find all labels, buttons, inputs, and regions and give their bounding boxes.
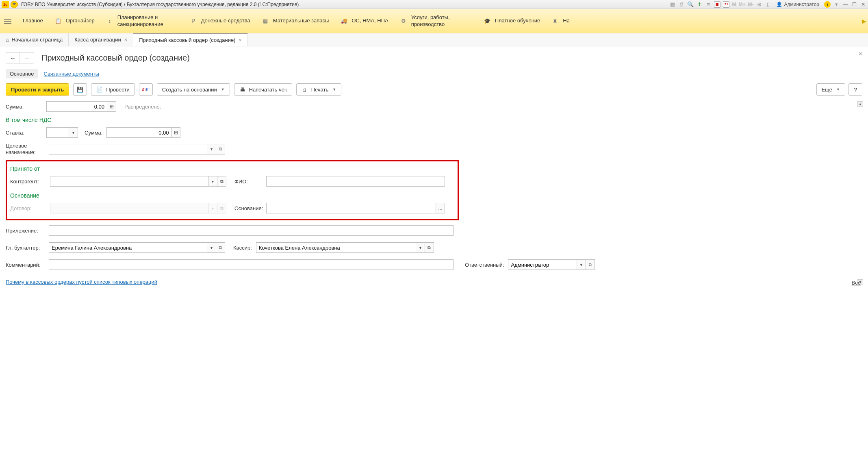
tab-close-icon[interactable]: × — [124, 37, 128, 43]
dtkt-icon: ДтКт — [143, 86, 149, 93]
tab-home[interactable]: ⌂ Начальная страница — [0, 33, 69, 46]
dropdown-icon[interactable] — [577, 259, 586, 270]
subnav-main[interactable]: Основное — [6, 69, 38, 78]
memory-m[interactable]: M — [732, 2, 736, 7]
open-icon[interactable] — [425, 242, 434, 253]
preview-icon[interactable]: 🔍 — [687, 1, 694, 8]
rate-input[interactable] — [46, 127, 69, 138]
open-icon[interactable] — [216, 242, 225, 253]
more-button[interactable]: Еще▼ — [816, 83, 845, 96]
nav-main[interactable]: Главное — [23, 17, 43, 24]
back-button[interactable]: ← — [6, 52, 20, 63]
basis-input[interactable] — [266, 203, 436, 213]
distributed-label: Распределено: — [124, 104, 161, 110]
help-link[interactable]: Почему в кассовых ордерах пустой список … — [6, 279, 157, 285]
maximize-button[interactable]: ❐ — [851, 1, 857, 8]
fio-input[interactable] — [266, 176, 445, 187]
more-icon[interactable] — [436, 203, 445, 213]
calendar-31-icon[interactable]: 31 — [723, 1, 729, 8]
window-title: ГОБУ ВПО Университет искусств (Субсидия)… — [21, 2, 299, 7]
planning-icon: ↕ — [106, 17, 113, 25]
open-icon — [217, 203, 226, 213]
nav-materials[interactable]: ▦Материальные запасы — [262, 17, 329, 25]
vat-sum-input[interactable] — [106, 127, 171, 138]
rate-dropdown-icon[interactable] — [69, 127, 78, 138]
toolbar-icon-1[interactable]: ▦ — [669, 1, 676, 8]
zoom-icon[interactable]: ⊕ — [756, 1, 762, 8]
received-section-header: Принято от — [10, 165, 454, 172]
tab-close-icon[interactable]: × — [239, 37, 242, 43]
calculator-icon[interactable] — [171, 127, 180, 138]
nav-assets[interactable]: 🚚ОС, НМА, НПА — [340, 17, 388, 25]
print-icon[interactable]: ⎙ — [678, 1, 685, 8]
nav-planning[interactable]: ↕Планирование и санкционирование — [106, 14, 178, 28]
chief-accountant-input[interactable] — [49, 242, 207, 253]
purpose-input[interactable] — [49, 144, 207, 154]
dropdown-icon[interactable] — [207, 144, 216, 154]
tab-cashdesk[interactable]: Касса организации × — [69, 33, 133, 46]
page-subnav: Основное Связанные документы — [6, 69, 862, 78]
clipboard-icon: 📋 — [54, 17, 62, 25]
post-button[interactable]: 📄Провести — [91, 83, 135, 96]
dropdown-icon[interactable] — [207, 242, 216, 253]
print-receipt-button[interactable]: 🖶Напечатать чек — [234, 83, 292, 96]
app-menu-dropdown[interactable] — [11, 1, 18, 8]
print-button[interactable]: 🖨Печать▼ — [296, 83, 342, 96]
emblem-icon: ♜ — [551, 17, 559, 25]
cashier-label: Кассир: — [233, 245, 252, 251]
open-icon[interactable] — [586, 259, 595, 270]
dropdown-icon[interactable] — [416, 242, 425, 253]
cashier-input[interactable] — [256, 242, 416, 253]
hamburger-menu-icon[interactable] — [4, 19, 11, 24]
subnav-linked[interactable]: Связанные документы — [40, 69, 104, 78]
post-and-close-button[interactable]: Провести и закрыть — [6, 83, 69, 96]
document-toolbar: Провести и закрыть 💾 📄Провести ДтКт Созд… — [6, 83, 862, 96]
info-icon[interactable]: i — [824, 1, 831, 8]
comment-input[interactable] — [49, 259, 454, 270]
nav-organizer[interactable]: 📋Органайзер — [54, 17, 95, 25]
close-page-icon[interactable]: × — [859, 50, 862, 58]
tab-cash-order[interactable]: Приходный кассовый ордер (создание) × — [133, 33, 248, 46]
ruble-icon: ₽ — [190, 17, 197, 25]
fio-label: ФИО: — [234, 178, 263, 185]
create-based-button[interactable]: Создать на основании▼ — [157, 83, 230, 96]
sum-input[interactable] — [46, 101, 107, 112]
tab-label: Приходный кассовый ордер (создание) — [139, 37, 235, 43]
form-scrollbar[interactable]: ▲ ▼ — [857, 101, 863, 285]
dropdown-icon[interactable] — [208, 176, 217, 187]
nav-services[interactable]: ⚙Услуги, работы, производство — [400, 14, 472, 28]
save-button[interactable]: 💾 — [73, 83, 87, 96]
tab-bar: ⌂ Начальная страница Касса организации ×… — [0, 33, 868, 46]
current-user[interactable]: 👤Администратор — [776, 2, 819, 7]
memory-m-plus[interactable]: M+ — [738, 2, 745, 7]
dtkt-button[interactable]: ДтКт — [139, 83, 153, 96]
calendar-icon[interactable]: ▦ — [714, 1, 720, 8]
forward-button[interactable]: → — [20, 52, 34, 63]
info-dd-icon[interactable]: ▾ — [833, 1, 840, 8]
open-icon[interactable] — [216, 144, 225, 154]
calculator-icon[interactable] — [107, 101, 116, 112]
open-icon[interactable] — [217, 176, 226, 187]
scroll-up-icon[interactable]: ▲ — [857, 101, 863, 107]
close-window-button[interactable]: ✕ — [860, 1, 866, 8]
attachment-input[interactable] — [49, 225, 454, 236]
counterparty-input[interactable] — [50, 176, 208, 187]
nav-more[interactable]: ♜На — [551, 17, 570, 25]
show-all-link[interactable]: Все — [852, 280, 861, 286]
content-area: × ← → Приходный кассовый ордер (создание… — [0, 46, 868, 291]
panel-icon[interactable]: ▯ — [765, 1, 771, 8]
memory-m-minus[interactable]: M- — [748, 2, 753, 7]
tab-label: Касса организации — [74, 37, 121, 43]
minimize-button[interactable]: — — [842, 1, 848, 8]
nav-money[interactable]: ₽Денежные средства — [190, 17, 250, 25]
upload-icon[interactable]: ⬆ — [696, 1, 703, 8]
help-button[interactable]: ? — [848, 83, 862, 96]
basis-label: Основание: — [234, 205, 263, 211]
home-icon: ⌂ — [6, 37, 9, 43]
responsible-input[interactable] — [508, 259, 577, 270]
nav-education[interactable]: 🎓Платное обучение — [484, 17, 540, 25]
comment-label: Комментарий: — [6, 262, 45, 268]
nav-scroll-right-icon[interactable]: ▶ — [862, 18, 866, 24]
compare-icon[interactable]: ≡ — [705, 1, 712, 8]
boxes-icon: ▦ — [262, 17, 269, 25]
